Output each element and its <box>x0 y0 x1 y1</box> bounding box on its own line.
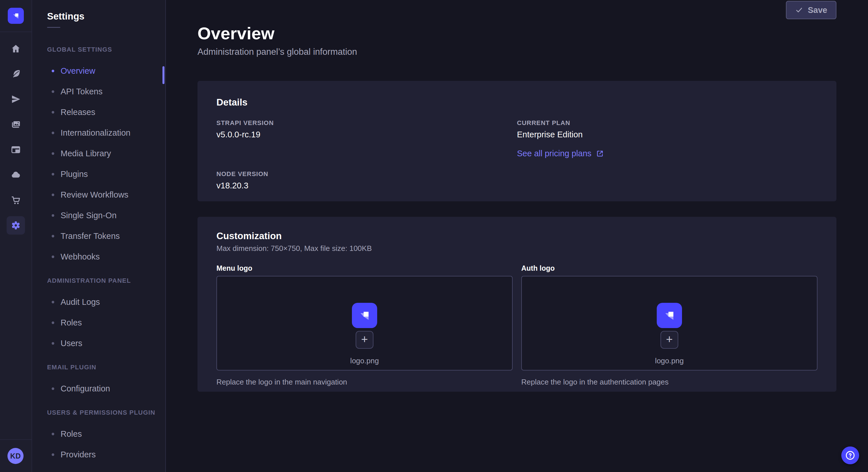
customization-card: Customization Max dimension: 750×750, Ma… <box>197 217 836 392</box>
sidebar-item-email-configuration[interactable]: Configuration <box>32 378 165 399</box>
field-current-plan: CURRENT PLAN Enterprise Edition See all … <box>517 119 817 158</box>
menu-logo-add-button[interactable]: + <box>355 331 373 349</box>
plus-icon: + <box>361 334 368 345</box>
page-subtitle: Administration panel’s global informatio… <box>197 46 836 57</box>
section-header: GLOBAL SETTINGS <box>47 45 165 54</box>
help-button[interactable] <box>841 446 859 464</box>
auth-logo-filename: logo.png <box>655 356 684 365</box>
check-icon <box>795 6 803 14</box>
auth-logo-add-button[interactable]: + <box>660 331 678 349</box>
external-link-icon <box>596 149 604 158</box>
item-label: Internationalization <box>61 128 130 138</box>
customization-subtitle: Max dimension: 750×750, Max file size: 1… <box>216 244 817 253</box>
menu-logo-preview <box>352 303 377 328</box>
sidebar-item-overview[interactable]: Overview <box>32 61 165 81</box>
rail-divider-top <box>0 32 32 32</box>
item-label: Media Library <box>61 149 111 158</box>
bullet-icon <box>52 433 54 435</box>
sidebar-item-api-tokens[interactable]: API Tokens <box>32 81 165 102</box>
bullet-icon <box>52 301 54 303</box>
item-label: API Tokens <box>61 87 102 96</box>
field-label: NODE VERSION <box>216 170 517 178</box>
bullet-icon <box>52 70 54 72</box>
page-title: Overview <box>197 24 836 43</box>
bullet-icon <box>52 152 54 155</box>
rail-divider-bottom <box>0 439 32 440</box>
cart-icon <box>11 195 21 205</box>
item-label: Providers <box>61 450 96 460</box>
bullet-icon <box>52 194 54 196</box>
gear-icon <box>11 220 21 231</box>
sidebar-item-media-library[interactable]: Media Library <box>32 143 165 164</box>
menu-logo-hint: Replace the logo in the main navigation <box>216 377 513 386</box>
strapi-mark <box>662 308 677 323</box>
pricing-plans-link[interactable]: See all pricing plans <box>517 148 604 158</box>
field-strapi-version: STRAPI VERSION v5.0.0-rc.19 <box>216 119 517 158</box>
sidebar-item-admin-roles[interactable]: Roles <box>32 312 165 333</box>
nav-marketplace-button[interactable] <box>7 191 25 209</box>
avatar[interactable]: KD <box>7 448 24 464</box>
auth-logo-hint: Replace the logo in the authentication p… <box>521 377 817 386</box>
nav-content-button[interactable] <box>7 65 25 83</box>
sidebar-item-internationalization[interactable]: Internationalization <box>32 123 165 143</box>
item-label: Roles <box>61 318 82 328</box>
subnav-scroll-area[interactable]: GLOBAL SETTINGS Overview API Tokens Rele… <box>32 28 165 465</box>
bullet-icon <box>52 256 54 258</box>
section-users-permissions-plugin: USERS & PERMISSIONS PLUGIN Roles Provide… <box>32 409 165 465</box>
auth-logo-preview <box>657 303 682 328</box>
sidebar-item-releases[interactable]: Releases <box>32 102 165 123</box>
sidebar-item-plugins[interactable]: Plugins <box>32 164 165 184</box>
section-global-settings: GLOBAL SETTINGS Overview API Tokens Rele… <box>32 45 165 267</box>
field-label: STRAPI VERSION <box>216 119 517 127</box>
item-label: Webhooks <box>61 252 100 262</box>
cloud-icon <box>11 170 21 180</box>
layout-icon <box>11 144 21 155</box>
item-label: Configuration <box>61 384 110 394</box>
nav-home-button[interactable] <box>7 40 25 58</box>
nav-content-type-builder-button[interactable] <box>7 140 25 159</box>
field-value: v5.0.0-rc.19 <box>216 130 517 139</box>
feather-icon <box>11 69 21 79</box>
bullet-icon <box>52 214 54 217</box>
field-value: v18.20.3 <box>216 181 517 191</box>
bullet-icon <box>52 387 54 390</box>
save-label: Save <box>808 5 827 15</box>
bullet-icon <box>52 111 54 113</box>
sidebar-item-review-workflows[interactable]: Review Workflows <box>32 184 165 205</box>
sidebar-item-up-roles[interactable]: Roles <box>32 424 165 444</box>
sidebar-item-webhooks[interactable]: Webhooks <box>32 246 165 267</box>
customization-title: Customization <box>216 231 817 241</box>
bullet-icon <box>52 132 54 134</box>
menu-logo-dropzone: + logo.png <box>216 276 513 370</box>
item-label: Transfer Tokens <box>61 231 120 241</box>
auth-logo-label: Auth logo <box>521 264 817 272</box>
nav-deploy-button[interactable] <box>7 90 25 108</box>
menu-logo-field: Menu logo + logo.png Replace the logo <box>216 264 513 386</box>
item-label: Users <box>61 339 82 348</box>
sidebar-item-admin-users[interactable]: Users <box>32 333 165 353</box>
question-mark-icon <box>844 450 856 461</box>
item-label: Single Sign-On <box>61 211 117 220</box>
strapi-logo-icon[interactable] <box>8 8 24 24</box>
sidebar-item-up-providers[interactable]: Providers <box>32 444 165 465</box>
auth-logo-field: Auth logo + logo.png Replace the logo <box>521 264 817 386</box>
sidebar-item-transfer-tokens[interactable]: Transfer Tokens <box>32 226 165 246</box>
sidebar-item-single-sign-on[interactable]: Single Sign-On <box>32 205 165 226</box>
section-header: ADMINISTRATION PANEL <box>47 277 165 285</box>
nav-media-library-button[interactable] <box>7 115 25 134</box>
nav-cloud-button[interactable] <box>7 166 25 184</box>
section-administration-panel: ADMINISTRATION PANEL Audit Logs Roles Us… <box>32 277 165 353</box>
bullet-icon <box>52 322 54 324</box>
field-node-version: NODE VERSION v18.20.3 <box>216 170 517 191</box>
main-content: Overview Administration panel’s global i… <box>166 0 868 472</box>
item-label: Plugins <box>61 169 88 179</box>
item-label: Releases <box>61 107 95 117</box>
auth-logo-dropzone: + logo.png <box>521 276 817 370</box>
item-label: Roles <box>61 429 82 439</box>
save-button[interactable]: Save <box>786 1 836 19</box>
bullet-icon <box>52 173 54 175</box>
sidebar-item-audit-logs[interactable]: Audit Logs <box>32 292 165 312</box>
nav-settings-button[interactable] <box>7 216 25 235</box>
subnav-title: Settings <box>32 0 165 22</box>
section-email-plugin: EMAIL PLUGIN Configuration <box>32 363 165 399</box>
